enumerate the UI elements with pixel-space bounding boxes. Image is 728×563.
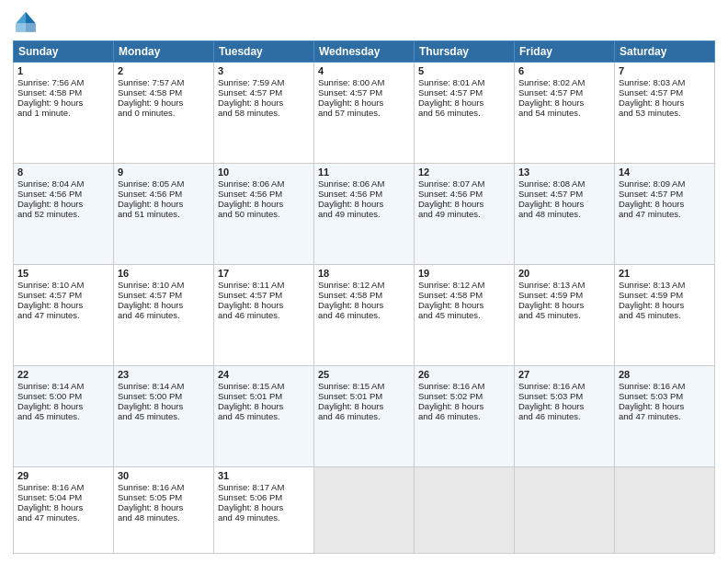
day-info: Sunrise: 8:13 AM: [518, 280, 610, 290]
day-number: 19: [418, 268, 510, 279]
day-info: Sunrise: 8:10 AM: [17, 280, 109, 290]
day-info: and 53 minutes.: [619, 108, 711, 118]
calendar-cell: 10Sunrise: 8:06 AMSunset: 4:56 PMDayligh…: [214, 164, 314, 265]
svg-marker-2: [26, 24, 36, 32]
header-row: SundayMondayTuesdayWednesdayThursdayFrid…: [14, 41, 715, 63]
calendar-table: SundayMondayTuesdayWednesdayThursdayFrid…: [13, 40, 715, 554]
day-info: Daylight: 8 hours: [318, 199, 410, 209]
day-info: Sunrise: 8:07 AM: [418, 178, 510, 189]
day-info: Sunset: 4:56 PM: [218, 189, 310, 199]
day-info: Sunset: 5:01 PM: [218, 391, 310, 401]
day-info: Sunrise: 8:15 AM: [318, 381, 410, 391]
day-info: Sunrise: 8:06 AM: [218, 178, 310, 189]
day-number: 1: [17, 65, 109, 76]
calendar-cell: 24Sunrise: 8:15 AMSunset: 5:01 PMDayligh…: [214, 366, 314, 467]
calendar-cell: 23Sunrise: 8:14 AMSunset: 5:00 PMDayligh…: [114, 366, 214, 467]
day-number: 29: [17, 470, 109, 481]
week-row-4: 22Sunrise: 8:14 AMSunset: 5:00 PMDayligh…: [14, 366, 715, 467]
day-info: Daylight: 8 hours: [118, 502, 210, 512]
day-info: and 47 minutes.: [17, 310, 109, 320]
day-info: and 47 minutes.: [619, 411, 711, 421]
day-info: Sunset: 5:00 PM: [118, 391, 210, 401]
day-number: 23: [118, 369, 210, 380]
calendar-cell: 7Sunrise: 8:03 AMSunset: 4:57 PMDaylight…: [615, 63, 715, 164]
day-info: Sunset: 4:59 PM: [619, 290, 711, 300]
header: [13, 9, 715, 35]
day-info: Sunset: 4:58 PM: [418, 290, 510, 300]
day-info: Sunrise: 8:06 AM: [318, 178, 410, 189]
day-info: Sunrise: 8:16 AM: [619, 381, 711, 391]
day-info: Sunrise: 8:04 AM: [17, 178, 109, 189]
day-info: and 49 minutes.: [318, 209, 410, 219]
day-info: Sunrise: 8:05 AM: [118, 178, 210, 189]
day-info: Sunset: 4:56 PM: [17, 189, 109, 199]
day-info: Sunrise: 8:15 AM: [218, 381, 310, 391]
day-info: Daylight: 8 hours: [318, 300, 410, 310]
day-number: 16: [118, 268, 210, 279]
day-info: and 56 minutes.: [418, 108, 510, 118]
day-number: 28: [619, 369, 711, 380]
day-info: Sunrise: 8:16 AM: [418, 381, 510, 391]
day-info: Daylight: 8 hours: [619, 98, 711, 108]
day-info: Daylight: 8 hours: [418, 401, 510, 411]
day-info: Sunrise: 8:00 AM: [318, 77, 410, 87]
col-header-wednesday: Wednesday: [314, 41, 415, 63]
day-info: and 45 minutes.: [17, 411, 109, 421]
week-row-2: 8Sunrise: 8:04 AMSunset: 4:56 PMDaylight…: [14, 164, 715, 265]
day-info: Sunset: 4:57 PM: [418, 87, 510, 98]
calendar-cell: 22Sunrise: 8:14 AMSunset: 5:00 PMDayligh…: [14, 366, 114, 467]
calendar-cell: 4Sunrise: 8:00 AMSunset: 4:57 PMDaylight…: [314, 63, 415, 164]
day-info: Daylight: 8 hours: [17, 300, 109, 310]
day-info: Sunset: 4:57 PM: [218, 290, 310, 300]
calendar-cell: [314, 467, 415, 554]
day-info: Sunset: 4:57 PM: [218, 87, 310, 98]
day-info: Sunrise: 8:10 AM: [118, 280, 210, 290]
day-info: Daylight: 8 hours: [418, 199, 510, 209]
day-info: Daylight: 8 hours: [17, 199, 109, 209]
day-info: Sunset: 4:58 PM: [118, 87, 210, 98]
day-number: 14: [619, 167, 711, 178]
calendar-cell: [515, 467, 615, 554]
day-info: Sunrise: 8:03 AM: [619, 77, 711, 87]
day-info: Daylight: 9 hours: [118, 98, 210, 108]
week-row-3: 15Sunrise: 8:10 AMSunset: 4:57 PMDayligh…: [14, 265, 715, 366]
day-info: Daylight: 8 hours: [318, 98, 410, 108]
day-info: and 47 minutes.: [17, 512, 109, 523]
day-info: and 49 minutes.: [218, 512, 310, 523]
day-number: 11: [318, 167, 410, 178]
day-info: and 45 minutes.: [518, 310, 610, 320]
col-header-saturday: Saturday: [615, 41, 715, 63]
calendar-cell: 3Sunrise: 7:59 AMSunset: 4:57 PMDaylight…: [214, 63, 314, 164]
day-info: Daylight: 9 hours: [17, 98, 109, 108]
day-info: and 46 minutes.: [218, 310, 310, 320]
day-info: Sunset: 4:57 PM: [619, 189, 711, 199]
day-info: and 48 minutes.: [518, 209, 610, 219]
calendar-cell: 13Sunrise: 8:08 AMSunset: 4:57 PMDayligh…: [515, 164, 615, 265]
day-number: 3: [218, 65, 310, 76]
day-info: Daylight: 8 hours: [518, 98, 610, 108]
day-info: Sunset: 4:57 PM: [318, 87, 410, 98]
day-info: and 45 minutes.: [218, 411, 310, 421]
calendar-cell: [615, 467, 715, 554]
day-info: Daylight: 8 hours: [218, 199, 310, 209]
day-info: and 46 minutes.: [118, 310, 210, 320]
day-info: Sunrise: 8:12 AM: [418, 280, 510, 290]
day-info: Daylight: 8 hours: [218, 98, 310, 108]
day-info: Sunrise: 7:57 AM: [118, 77, 210, 87]
day-info: Sunset: 4:56 PM: [118, 189, 210, 199]
day-info: Sunrise: 8:09 AM: [619, 178, 711, 189]
day-number: 25: [318, 369, 410, 380]
calendar-cell: 29Sunrise: 8:16 AMSunset: 5:04 PMDayligh…: [14, 467, 114, 554]
day-info: Daylight: 8 hours: [218, 300, 310, 310]
calendar-cell: 17Sunrise: 8:11 AMSunset: 4:57 PMDayligh…: [214, 265, 314, 366]
day-info: Daylight: 8 hours: [619, 300, 711, 310]
day-info: Sunset: 5:04 PM: [17, 492, 109, 502]
day-info: Sunrise: 8:11 AM: [218, 280, 310, 290]
calendar-cell: 15Sunrise: 8:10 AMSunset: 4:57 PMDayligh…: [14, 265, 114, 366]
day-number: 27: [518, 369, 610, 380]
day-info: Sunset: 4:56 PM: [418, 189, 510, 199]
day-number: 12: [418, 167, 510, 178]
day-info: Daylight: 8 hours: [418, 300, 510, 310]
day-info: Daylight: 8 hours: [518, 199, 610, 209]
calendar-cell: 21Sunrise: 8:13 AMSunset: 4:59 PMDayligh…: [615, 265, 715, 366]
